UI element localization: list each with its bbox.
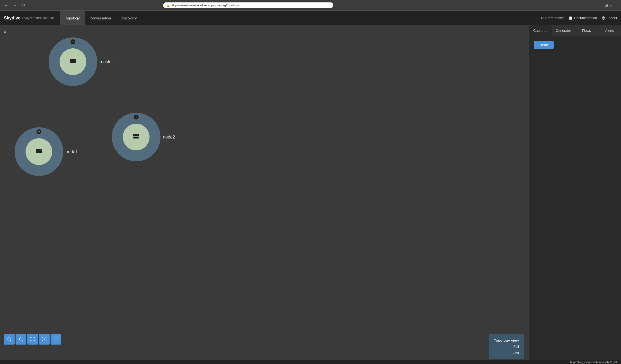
fit-btn[interactable]	[27, 334, 38, 345]
svg-point-6	[138, 135, 138, 136]
browser-right-icons: ⊞ ☆ ⋮	[605, 3, 618, 8]
tab-alerts[interactable]: Alerts	[598, 25, 621, 36]
address-bar[interactable]: 🔒 skydive-analyzer-skydive.apps.ose.org/…	[163, 2, 333, 8]
nav-item-topology[interactable]: Topology	[60, 11, 85, 25]
sidebar-tabs: Captures Generator Flows Alerts	[529, 25, 621, 36]
topology-info-view: Full	[494, 344, 519, 350]
zoom-controls	[4, 334, 61, 345]
node1-inner-circle	[26, 138, 52, 165]
nav-item-discovery[interactable]: Discovery	[116, 11, 141, 25]
brand-subtitle: Analyzer f10d3cbd57dc	[21, 16, 54, 20]
documentation-label: Documentation	[574, 16, 597, 20]
documentation-link[interactable]: 📋 Documentation	[569, 16, 597, 20]
preferences-icon: ⚙	[541, 16, 544, 20]
navbar-brand: Skydive Analyzer f10d3cbd57dc	[4, 16, 54, 21]
svg-point-7	[138, 137, 138, 138]
fit-icon	[30, 337, 35, 341]
node-master[interactable]: + master	[49, 37, 113, 86]
menu-icon[interactable]: ⋮	[614, 3, 618, 8]
svg-point-3	[75, 62, 75, 63]
topology-canvas: ≡ + master +	[0, 25, 529, 364]
node-node2[interactable]: + node2	[112, 113, 175, 161]
collapse-remove-btn[interactable]	[51, 334, 61, 345]
preferences-link[interactable]: ⚙ Preferences	[541, 16, 564, 20]
tab-captures[interactable]: Captures	[529, 25, 552, 36]
documentation-icon: 📋	[569, 16, 573, 20]
main-layout: ≡ + master +	[0, 25, 621, 364]
status-bar: https://blog.csdn.net/shenhong1e11234	[0, 360, 621, 364]
topology-info-mode: Live	[494, 350, 519, 356]
sidebar-content: Create	[529, 36, 621, 364]
master-inner-circle	[60, 48, 86, 75]
navbar: Skydive Analyzer f10d3cbd57dc Topology C…	[0, 11, 621, 25]
expand-add-icon	[42, 337, 46, 341]
node2-server-icon	[132, 133, 140, 141]
logout-icon: ⏻	[602, 16, 605, 20]
browser-reload-btn[interactable]: ↻	[20, 2, 27, 9]
master-outer-circle: +	[49, 37, 97, 86]
create-button[interactable]: Create	[534, 41, 554, 49]
zoom-out-btn[interactable]	[16, 334, 26, 345]
hamburger-menu-btn[interactable]: ≡	[4, 29, 7, 34]
svg-point-11	[41, 152, 41, 153]
master-plus-btn[interactable]: +	[70, 39, 75, 44]
svg-point-2	[75, 60, 75, 60]
browser-chrome: ← → ↻ 🔒 skydive-analyzer-skydive.apps.os…	[0, 0, 621, 11]
logout-label: Logout	[607, 16, 617, 20]
topology-info-title: Topology view	[494, 337, 519, 344]
brand-name: Skydive	[4, 16, 20, 21]
node1-server-icon	[35, 148, 43, 155]
expand-add-btn[interactable]	[39, 334, 50, 345]
svg-point-10	[41, 149, 41, 150]
tab-flows[interactable]: Flows	[575, 25, 598, 36]
logout-link[interactable]: ⏻ Logout	[602, 16, 617, 20]
bookmark-icon[interactable]: ☆	[609, 3, 613, 8]
master-label: master	[100, 59, 113, 64]
node2-label: node2	[163, 135, 175, 140]
svg-line-13	[10, 340, 11, 341]
node2-outer-circle: +	[112, 113, 160, 161]
zoom-in-icon	[7, 337, 11, 341]
node2-plus-btn[interactable]: +	[134, 115, 138, 119]
right-sidebar: Captures Generator Flows Alerts Create	[529, 25, 621, 364]
collapse-remove-icon	[54, 337, 58, 341]
browser-forward-btn[interactable]: →	[12, 2, 18, 9]
nav-items: Topology Conversation Discovery	[60, 11, 141, 25]
svg-line-17	[22, 340, 23, 341]
address-text: skydive-analyzer-skydive.apps.ose.org/to…	[172, 3, 239, 7]
master-server-icon	[69, 58, 77, 66]
status-url: https://blog.csdn.net/shenhong1e11234	[570, 361, 617, 364]
topology-info-box: Topology view Full Live	[489, 334, 524, 359]
navbar-right: ⚙ Preferences 📋 Documentation ⏻ Logout	[541, 16, 617, 20]
node1-label: node1	[66, 149, 78, 154]
node2-inner-circle	[123, 124, 150, 150]
preferences-label: Preferences	[545, 16, 564, 20]
tab-generator[interactable]: Generator	[552, 25, 575, 36]
node1-outer-circle: +	[15, 127, 63, 176]
node-node1[interactable]: + node1	[15, 127, 78, 176]
zoom-out-icon	[19, 337, 23, 341]
node1-plus-btn[interactable]: +	[36, 129, 41, 134]
nav-item-conversation[interactable]: Conversation	[85, 11, 116, 25]
browser-back-btn[interactable]: ←	[3, 2, 10, 9]
reader-icon[interactable]: ⊞	[605, 3, 608, 8]
zoom-in-btn[interactable]	[4, 334, 15, 345]
